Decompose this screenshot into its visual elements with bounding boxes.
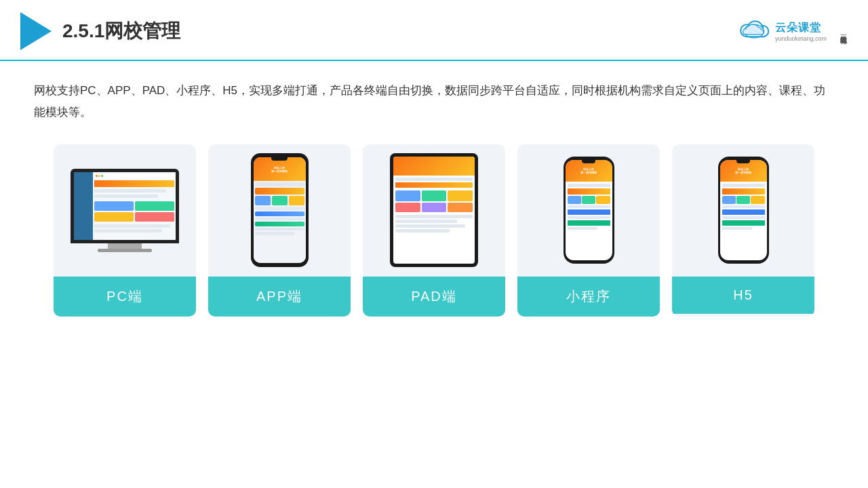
card-h5: 职达人的第一堂判课程	[672, 144, 814, 317]
brand-logo: 云朵课堂 yunduoketang.com 教育机构一站式服务云平台	[737, 19, 848, 43]
header: 2.5.1网校管理 云朵课堂 yunduoketang.com 教育机构一站式服…	[0, 0, 868, 61]
card-pad-label: PAD端	[363, 277, 505, 317]
card-pc-label: PC端	[54, 277, 196, 317]
card-app-image: 职达人的第一堂判课程	[208, 144, 351, 277]
card-h5-label: H5	[672, 277, 814, 314]
brand-url: yunduoketang.com	[775, 35, 827, 42]
logo-triangle-icon	[20, 12, 52, 50]
card-pc-image	[54, 144, 196, 277]
card-app: 职达人的第一堂判课程	[208, 144, 351, 317]
card-miniprogram: 职达人的第一堂判课程	[517, 144, 660, 317]
card-miniprogram-image: 职达人的第一堂判课程	[517, 144, 660, 277]
card-app-label: APP端	[208, 277, 351, 317]
miniprogram-phone-icon: 职达人的第一堂判课程	[564, 157, 614, 264]
cards-container: PC端 职达人的第一堂判课程	[34, 144, 834, 317]
card-pad: PAD端	[363, 144, 505, 317]
description-text: 网校支持PC、APP、PAD、小程序、H5，实现多端打通，产品各终端自由切换，数…	[34, 80, 834, 124]
card-pad-image	[363, 144, 505, 277]
brand-text-block: 云朵课堂 yunduoketang.com	[775, 21, 827, 42]
header-left: 2.5.1网校管理	[20, 12, 180, 50]
page-title: 2.5.1网校管理	[62, 18, 180, 44]
cloud-icon	[737, 19, 771, 43]
card-miniprogram-label: 小程序	[517, 277, 660, 317]
header-right: 云朵课堂 yunduoketang.com 教育机构一站式服务云平台	[737, 19, 848, 43]
card-h5-image: 职达人的第一堂判课程	[672, 144, 814, 277]
brand-name: 云朵课堂	[775, 21, 821, 35]
pc-monitor-icon	[71, 169, 179, 252]
pad-tablet-icon	[390, 153, 478, 267]
h5-phone-icon: 职达人的第一堂判课程	[718, 157, 769, 264]
card-pc: PC端	[54, 144, 196, 317]
main-content: 网校支持PC、APP、PAD、小程序、H5，实现多端打通，产品各终端自由切换，数…	[0, 61, 868, 317]
app-phone-icon: 职达人的第一堂判课程	[251, 153, 309, 267]
